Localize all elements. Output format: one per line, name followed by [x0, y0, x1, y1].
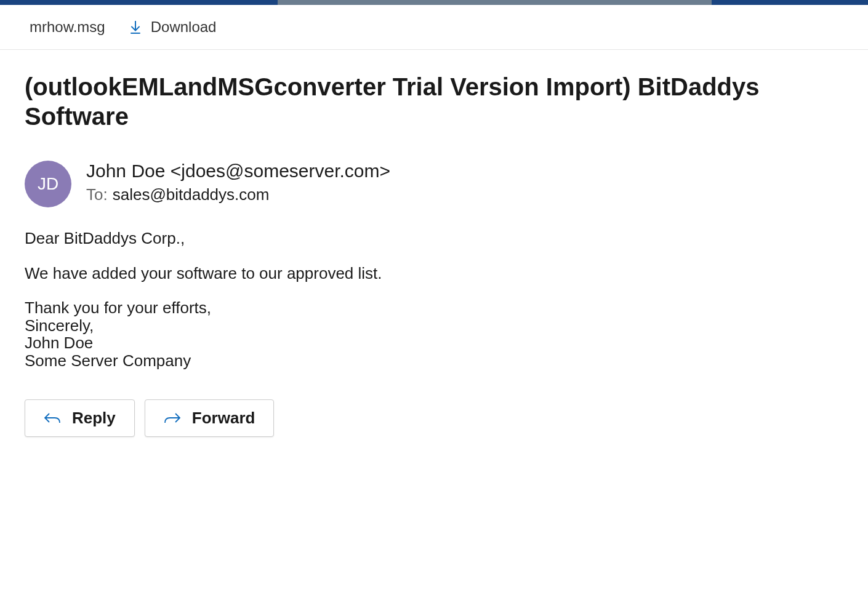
filename-label: mrhow.msg — [30, 18, 105, 36]
action-bar: Reply Forward — [25, 399, 843, 437]
sender-row: JD John Doe <jdoes@someserver.com> To:sa… — [25, 161, 843, 207]
reply-button[interactable]: Reply — [25, 399, 135, 437]
reply-icon — [44, 412, 61, 424]
body-line: Thank you for your efforts, — [25, 299, 843, 317]
body-line: Some Server Company — [25, 352, 843, 370]
reply-label: Reply — [72, 409, 116, 428]
sender-display: John Doe <jdoes@someserver.com> — [86, 161, 390, 182]
message-body: Dear BitDaddys Corp.,We have added your … — [25, 230, 843, 370]
body-spacer — [25, 282, 843, 299]
download-label: Download — [151, 18, 217, 36]
body-line: Sincerely, — [25, 317, 843, 335]
avatar: JD — [25, 161, 71, 207]
to-value: sales@bitdaddys.com — [113, 185, 270, 204]
recipient-line: To:sales@bitdaddys.com — [86, 185, 390, 204]
to-label: To: — [86, 185, 108, 204]
sender-info: John Doe <jdoes@someserver.com> To:sales… — [86, 161, 390, 204]
forward-label: Forward — [192, 409, 255, 428]
download-icon — [130, 20, 141, 34]
window-top-bar — [0, 0, 868, 5]
body-spacer — [25, 247, 843, 265]
file-header: mrhow.msg Download — [0, 5, 868, 50]
body-line: John Doe — [25, 334, 843, 352]
message-subject: (outlookEMLandMSGconverter Trial Version… — [25, 72, 843, 131]
message-content: (outlookEMLandMSGconverter Trial Version… — [0, 50, 868, 459]
body-line: We have added your software to our appro… — [25, 265, 843, 282]
body-line: Dear BitDaddys Corp., — [25, 230, 843, 247]
forward-icon — [164, 412, 181, 424]
forward-button[interactable]: Forward — [145, 399, 275, 437]
download-button[interactable]: Download — [130, 18, 217, 36]
